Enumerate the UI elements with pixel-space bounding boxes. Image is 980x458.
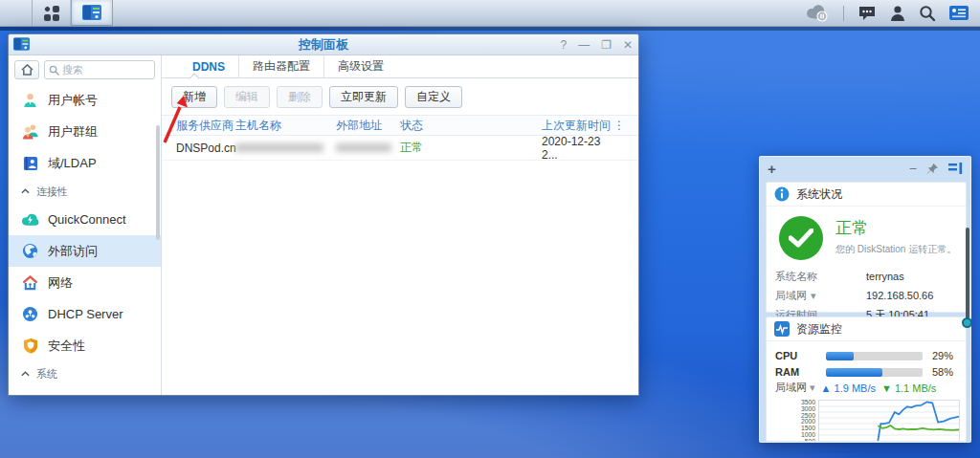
resource-monitor-title: 资源监控 bbox=[796, 321, 842, 338]
column-hostname[interactable]: 主机名称 bbox=[235, 118, 336, 134]
customize-button[interactable]: 自定义 bbox=[405, 86, 462, 108]
maximize-button[interactable]: ❐ bbox=[601, 39, 612, 51]
sidebar-section-connectivity[interactable]: 连接性 bbox=[9, 179, 161, 204]
search-input-icon bbox=[49, 65, 59, 76]
sidebar-scrollbar-thumb[interactable] bbox=[156, 125, 160, 240]
sidebar-item-info-center[interactable]: 信息中心 bbox=[9, 386, 161, 396]
widget-panel-scroll-knob[interactable] bbox=[962, 317, 972, 328]
ram-meter-track bbox=[826, 368, 923, 377]
sidebar-section-label: 系统 bbox=[36, 367, 57, 382]
widgets-panel-icon[interactable] bbox=[949, 6, 969, 20]
minimize-button[interactable]: — bbox=[578, 39, 590, 51]
column-status[interactable]: 状态 bbox=[400, 118, 542, 134]
chevron-up-icon bbox=[21, 371, 30, 377]
lan-chart: 3500300025002000150010005000 bbox=[767, 400, 960, 442]
chart-y-axis-ticks: 3500300025002000150010005000 bbox=[767, 400, 818, 442]
add-button[interactable]: 新增 bbox=[171, 86, 217, 108]
tab-ddns[interactable]: DDNS bbox=[179, 55, 238, 78]
sidebar-item-label: 网络 bbox=[48, 274, 73, 292]
widget-panel-header: + − bbox=[760, 157, 970, 180]
sidebar-item-user-group[interactable]: 用户群组 bbox=[9, 116, 161, 147]
lan-label[interactable]: 局域网 ▾ bbox=[775, 381, 815, 395]
system-health-widget: 系统状况 正常 您的 DiskStation 运转正常。 系统名称 terryn… bbox=[766, 182, 967, 313]
search-icon[interactable] bbox=[919, 5, 936, 22]
column-provider[interactable]: 服务供应商 bbox=[162, 118, 235, 134]
main-menu-grid-icon bbox=[44, 6, 59, 21]
user-icon[interactable] bbox=[890, 5, 905, 22]
column-menu-icon[interactable]: ⋮ bbox=[613, 119, 626, 132]
chart-plot-area bbox=[818, 400, 960, 442]
delete-button[interactable]: 删除 bbox=[277, 86, 323, 108]
close-button[interactable]: ✕ bbox=[623, 39, 633, 51]
sidebar-item-label: 用户帐号 bbox=[48, 92, 98, 109]
cpu-meter-row: CPU 29% bbox=[775, 349, 953, 362]
taskbar-control-panel-button[interactable] bbox=[71, 0, 113, 26]
taskbar-tray bbox=[805, 0, 980, 26]
sidebar-item-external-access[interactable]: 外部访问 bbox=[9, 235, 161, 267]
field-label[interactable]: 局域网▾ bbox=[775, 289, 866, 303]
collapse-widgets-button[interactable]: − bbox=[909, 161, 917, 176]
add-widget-button[interactable]: + bbox=[768, 161, 776, 177]
sidebar-item-user-account[interactable]: 用户帐号 bbox=[9, 84, 161, 116]
tray-separator bbox=[843, 6, 844, 21]
sidebar-item-label: QuickConnect bbox=[48, 212, 126, 227]
dropdown-caret-icon: ▾ bbox=[810, 382, 815, 393]
cpu-percent: 29% bbox=[932, 350, 953, 361]
tab-bar: DDNS 路由器配置 高级设置 bbox=[162, 55, 638, 78]
sidebar-item-label: DHCP Server bbox=[48, 307, 123, 321]
cell-provider: DNSPod.cn bbox=[162, 142, 235, 155]
table-header-row: 服务供应商 主机名称 外部地址 状态 上次更新时间 ⋮ bbox=[162, 115, 638, 136]
chat-icon[interactable] bbox=[858, 5, 877, 22]
security-shield-icon bbox=[21, 337, 39, 355]
cloud-sync-paused-icon[interactable] bbox=[805, 5, 830, 22]
ddns-panel: DDNS 路由器配置 高级设置 新增 编辑 删除 立即更新 自定义 服务供应商 … bbox=[162, 55, 638, 396]
edit-button[interactable]: 编辑 bbox=[224, 86, 270, 108]
sidebar-item-network[interactable]: 网络 bbox=[9, 267, 161, 298]
control-panel-window: 控制面板 ? — ❐ ✕ bbox=[8, 33, 639, 396]
resource-monitor-icon bbox=[774, 321, 790, 337]
cpu-meter-track bbox=[826, 352, 923, 360]
quickconnect-icon bbox=[21, 210, 39, 229]
sidebar-item-quickconnect[interactable]: QuickConnect bbox=[9, 204, 161, 235]
dhcp-server-icon bbox=[21, 305, 39, 323]
dock-panel-icon[interactable] bbox=[948, 163, 963, 174]
control-panel-icon bbox=[82, 5, 101, 20]
resource-monitor-header[interactable]: 资源监控 bbox=[767, 317, 966, 341]
ram-meter-fill bbox=[826, 368, 882, 377]
system-health-title: 系统状况 bbox=[796, 186, 842, 203]
dropdown-caret-icon: ▾ bbox=[811, 290, 816, 302]
main-menu-button[interactable] bbox=[33, 0, 71, 26]
table-row[interactable]: DNSPod.cn 正常 2020-12-23 2... bbox=[162, 136, 638, 161]
home-button[interactable] bbox=[14, 60, 39, 79]
sidebar-section-system[interactable]: 系统 bbox=[9, 361, 161, 386]
upload-arrow-icon: ▲ bbox=[821, 382, 832, 394]
info-center-icon bbox=[21, 393, 39, 396]
column-external-address[interactable]: 外部地址 bbox=[336, 118, 400, 134]
pin-icon[interactable] bbox=[926, 163, 939, 175]
sidebar-item-domain-ldap[interactable]: 域/LDAP bbox=[9, 147, 161, 179]
system-health-header[interactable]: 系统状况 bbox=[767, 183, 966, 207]
window-titlebar[interactable]: 控制面板 ? — ❐ ✕ bbox=[9, 34, 638, 55]
tab-advanced-settings[interactable]: 高级设置 bbox=[323, 55, 397, 78]
search-input[interactable] bbox=[62, 64, 139, 76]
external-access-globe-icon bbox=[21, 242, 39, 260]
sidebar-item-label: 外部访问 bbox=[48, 243, 98, 260]
help-button[interactable]: ? bbox=[560, 39, 567, 51]
widget-panel-scrollbar-thumb[interactable] bbox=[966, 228, 969, 319]
update-now-button[interactable]: 立即更新 bbox=[329, 86, 398, 108]
network-house-icon bbox=[21, 273, 39, 292]
ram-meter-row: RAM 58% bbox=[775, 365, 953, 379]
cpu-label: CPU bbox=[775, 350, 826, 361]
cell-hostname-redacted bbox=[235, 143, 336, 152]
user-account-icon bbox=[21, 91, 39, 109]
sidebar-item-label: 域/LDAP bbox=[48, 155, 97, 172]
tab-router-config[interactable]: 路由器配置 bbox=[238, 55, 323, 78]
search-box[interactable] bbox=[44, 60, 155, 79]
ram-percent: 58% bbox=[932, 366, 953, 378]
sidebar-item-dhcp-server[interactable]: DHCP Server bbox=[9, 298, 161, 330]
sidebar-item-security[interactable]: 安全性 bbox=[9, 330, 161, 361]
column-last-updated[interactable]: 上次更新时间 bbox=[542, 118, 613, 134]
lan-traffic-row: 局域网 ▾ ▲ 1.9 MB/s ▼ 1.1 MB/s bbox=[775, 381, 936, 395]
cpu-meter-fill bbox=[826, 352, 854, 360]
domain-ldap-icon bbox=[21, 154, 39, 172]
